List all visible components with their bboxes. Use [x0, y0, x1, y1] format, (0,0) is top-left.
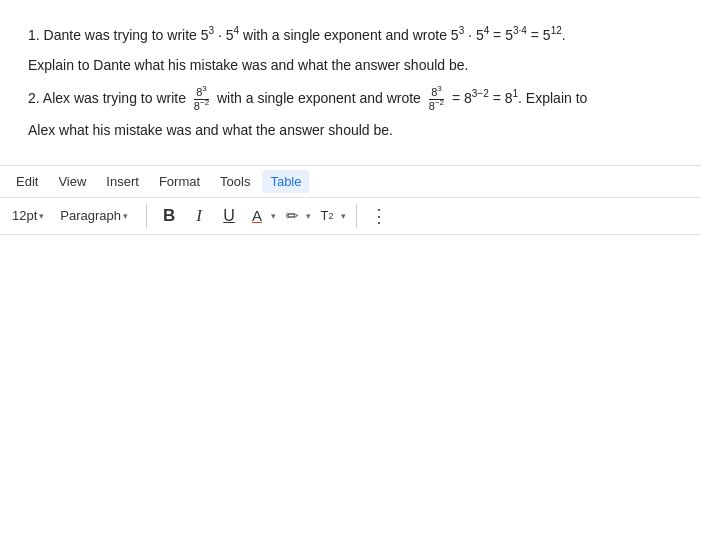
p1-base2: 54 — [226, 27, 239, 43]
style-value: Paragraph — [60, 208, 121, 223]
menu-table[interactable]: Table — [262, 170, 309, 193]
p2-frac2: 838−2 — [427, 86, 446, 113]
document-content: 1. Dante was trying to write 53 · 54 wit… — [0, 0, 701, 165]
menu-tools[interactable]: Tools — [212, 170, 258, 193]
p1-text-before: 1. Dante was trying to write — [28, 27, 201, 43]
highlight-button[interactable]: ✏ ▾ — [280, 202, 313, 230]
menu-view[interactable]: View — [50, 170, 94, 193]
problem-text: 1. Dante was trying to write 53 · 54 wit… — [28, 24, 673, 143]
superscript-icon: T2 — [315, 202, 339, 230]
style-selector[interactable]: Paragraph ▾ — [54, 205, 134, 226]
problem-1-line2: Explain to Dante what his mistake was an… — [28, 54, 673, 78]
p1-dot: · — [214, 27, 226, 43]
bold-button[interactable]: B — [155, 202, 183, 230]
p2-text-middle: with a single exponent and wrote — [213, 90, 425, 106]
font-size-selector[interactable]: 12pt ▾ — [8, 205, 48, 226]
font-size-chevron: ▾ — [39, 211, 44, 221]
menu-format[interactable]: Format — [151, 170, 208, 193]
font-color-button[interactable]: A ▾ — [245, 202, 278, 230]
style-chevron: ▾ — [123, 211, 128, 221]
menu-insert[interactable]: Insert — [98, 170, 147, 193]
superscript-button[interactable]: T2 ▾ — [315, 202, 348, 230]
toolbar-divider-1 — [146, 204, 147, 228]
font-size-value: 12pt — [12, 208, 37, 223]
menu-bar: Edit View Insert Format Tools Table — [0, 166, 701, 198]
p2-text-before: 2. Alex was trying to write — [28, 90, 190, 106]
highlight-chevron: ▾ — [304, 202, 313, 230]
problem-1-line1: 1. Dante was trying to write 53 · 54 wit… — [28, 24, 673, 48]
formatting-bar: 12pt ▾ Paragraph ▾ B I U A ▾ ✏ ▾ T2 ▾ ⋮ — [0, 198, 701, 234]
highlight-icon: ✏ — [280, 202, 304, 230]
underline-button[interactable]: U — [215, 202, 243, 230]
toolbar-divider-2 — [356, 204, 357, 228]
menu-edit[interactable]: Edit — [8, 170, 46, 193]
p1-base3: 53 — [451, 27, 464, 43]
font-color-chevron: ▾ — [269, 202, 278, 230]
p1-base4: 54 — [476, 27, 489, 43]
p2-frac1: 838−2 — [192, 86, 211, 113]
problem-2-line2: Alex what his mistake was and what the a… — [28, 119, 673, 143]
editor-canvas — [0, 234, 701, 552]
italic-button[interactable]: I — [185, 202, 213, 230]
p1-text-middle: with a single exponent and wrote — [239, 27, 451, 43]
superscript-chevron: ▾ — [339, 202, 348, 230]
more-options-button[interactable]: ⋮ — [365, 202, 393, 230]
font-color-icon: A — [245, 202, 269, 230]
p1-base1: 53 — [201, 27, 214, 43]
toolbar-container: Edit View Insert Format Tools Table 12pt… — [0, 165, 701, 234]
problem-2-line1: 2. Alex was trying to write 838−2 with a… — [28, 86, 673, 113]
